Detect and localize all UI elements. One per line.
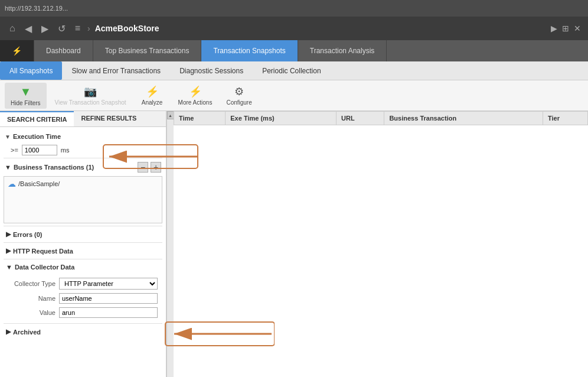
collector-type-select[interactable]: HTTP Parameter POJO Cookie Header: [59, 278, 158, 290]
subtab-periodic[interactable]: Periodic Collection: [253, 61, 330, 80]
archived-arrow: ▶: [6, 328, 11, 336]
value-row: Value: [8, 306, 158, 320]
col-time[interactable]: Time: [174, 112, 226, 125]
errors-arrow: ▶: [6, 230, 11, 238]
nav-forward-icon[interactable]: ▶: [39, 22, 51, 35]
configure-button[interactable]: ⚙ Configure: [220, 83, 257, 108]
subtab-slow-error[interactable]: Slow and Error Transactions: [62, 61, 170, 80]
camera-icon: 📷: [84, 85, 97, 98]
tab-tx-snapshots[interactable]: Transaction Snapshots: [201, 40, 298, 61]
execution-time-label: Execution Time: [13, 133, 61, 140]
tab-refine-results[interactable]: REFINE RESULTS: [74, 111, 143, 126]
data-collector-header[interactable]: ▼ Data Collector Data: [4, 261, 162, 274]
data-collector-label: Data Collector Data: [15, 264, 74, 271]
data-collector-arrow: ▼: [6, 264, 12, 271]
tab-lightning[interactable]: ⚡: [0, 40, 34, 61]
header-video-icon[interactable]: ▶: [551, 24, 557, 33]
http-section: ▶ HTTP Request Data: [4, 242, 162, 259]
bt-add-button[interactable]: +: [151, 162, 161, 173]
bt-remove-button[interactable]: −: [138, 162, 148, 173]
execution-time-row: >= ms: [4, 142, 162, 158]
more-actions-label: More Actions: [178, 99, 213, 106]
browser-url: http://192.31.212.19...: [5, 5, 68, 12]
scroll-up-button[interactable]: ▲: [167, 111, 174, 119]
tab-top-bt[interactable]: Top Business Transactions: [93, 40, 202, 61]
filter-icon: ▼: [19, 85, 31, 99]
view-snapshot-label: View Transaction Snapshot: [55, 99, 126, 106]
header-grid-icon[interactable]: ⊞: [562, 24, 569, 33]
archived-header[interactable]: ▶ Archived: [4, 325, 162, 339]
bt-arrow: ▼: [5, 164, 11, 171]
col-url[interactable]: URL: [337, 112, 384, 125]
errors-label: Errors (0): [13, 231, 43, 238]
data-collector-section: ▼ Data Collector Data Collector Type HTT…: [4, 259, 162, 323]
execution-time-header[interactable]: ▼ Execution Time: [4, 131, 162, 142]
subtab-periodic-label: Periodic Collection: [262, 67, 321, 75]
errors-header[interactable]: ▶ Errors (0): [4, 228, 162, 241]
refine-results-label: REFINE RESULTS: [81, 115, 136, 122]
col-bt[interactable]: Business Transaction: [384, 112, 543, 125]
execution-time-input[interactable]: [22, 145, 57, 155]
collector-type-select-wrapper: HTTP Parameter POJO Cookie Header: [59, 278, 158, 290]
bt-item-icon: ☁: [8, 179, 16, 188]
panel-tabs: SEARCH CRITERIA REFINE RESULTS: [0, 111, 166, 127]
col-tier[interactable]: Tier: [543, 112, 587, 125]
bt-section-header: ▼ Business Transactions (1) − +: [4, 160, 162, 175]
more-actions-button[interactable]: ⚡ More Actions: [172, 83, 218, 108]
analyze-button[interactable]: ⚡ Analyze: [135, 83, 170, 108]
search-criteria-label: SEARCH CRITERIA: [7, 116, 67, 123]
results-table: Time Exe Time (ms) URL Business Transact…: [174, 111, 588, 125]
subtab-all-snapshots[interactable]: All Snapshots: [0, 61, 62, 80]
more-actions-icon: ⚡: [189, 85, 202, 98]
header-right: ▶ ⊞ ✕: [551, 24, 581, 33]
archived-section: ▶ Archived: [4, 323, 162, 340]
app-title: AcmeBookStore: [95, 24, 159, 33]
archived-label: Archived: [13, 329, 41, 336]
header-close-icon[interactable]: ✕: [574, 24, 581, 33]
tab-dashboard-label: Dashboard: [46, 47, 81, 55]
bt-title[interactable]: ▼ Business Transactions (1): [5, 164, 94, 171]
tab-search-criteria[interactable]: SEARCH CRITERIA: [0, 111, 74, 126]
subtab-diagnostic-label: Diagnostic Sessions: [179, 67, 243, 75]
subtab-diagnostic[interactable]: Diagnostic Sessions: [170, 61, 253, 80]
name-row: Name: [8, 291, 158, 306]
tab-dashboard[interactable]: Dashboard: [34, 40, 93, 61]
bt-section: ▼ Business Transactions (1) − + ☁ /Basic…: [4, 158, 162, 226]
ms-label: ms: [61, 147, 70, 154]
bt-label: Business Transactions (1): [14, 164, 94, 171]
nav-menu-icon[interactable]: ≡: [73, 22, 83, 35]
subtab-all-snapshots-label: All Snapshots: [9, 67, 53, 75]
name-input[interactable]: [59, 293, 158, 304]
errors-section: ▶ Errors (0): [4, 226, 162, 242]
value-input[interactable]: [59, 307, 158, 318]
left-panel-scrollbar[interactable]: ▲: [166, 111, 174, 377]
tab-tx-snapshots-label: Transaction Snapshots: [213, 47, 285, 55]
right-panel: Time Exe Time (ms) URL Business Transact…: [174, 111, 588, 377]
http-arrow: ▶: [6, 247, 11, 255]
search-content: ▼ Execution Time >= ms ▼ Business Transa…: [0, 127, 166, 377]
tab-tx-analysis-label: Transaction Analysis: [310, 47, 375, 55]
toolbar: ▼ Hide Filters 📷 View Transaction Snapsh…: [0, 80, 588, 111]
browser-bar: http://192.31.212.19...: [0, 0, 588, 17]
nav-back-icon[interactable]: ◀: [22, 22, 34, 35]
bt-item-label: /BasicSample/: [18, 180, 60, 187]
execution-time-arrow: ▼: [5, 134, 11, 140]
app-header: ⌂ ◀ ▶ ↺ ≡ › AcmeBookStore ▶ ⊞ ✕: [0, 17, 588, 40]
nav-home-icon[interactable]: ⌂: [7, 22, 18, 35]
http-label: HTTP Request Data: [13, 248, 73, 255]
nav-reload-icon[interactable]: ↺: [55, 22, 68, 35]
bt-list-item[interactable]: ☁ /BasicSample/: [4, 177, 162, 191]
hide-filters-button[interactable]: ▼ Hide Filters: [5, 83, 47, 109]
collector-type-label: Collector Type: [8, 280, 55, 287]
bt-controls: − +: [138, 162, 161, 173]
content-area: SEARCH CRITERIA REFINE RESULTS ▼ Executi…: [0, 111, 588, 377]
value-label: Value: [8, 309, 55, 316]
col-exe-time[interactable]: Exe Time (ms): [226, 112, 337, 125]
tab-tx-analysis[interactable]: Transaction Analysis: [298, 40, 387, 61]
view-snapshot-button[interactable]: 📷 View Transaction Snapshot: [49, 83, 132, 108]
http-header[interactable]: ▶ HTTP Request Data: [4, 244, 162, 258]
name-label: Name: [8, 295, 55, 302]
subtab-slow-error-label: Slow and Error Transactions: [71, 67, 161, 75]
hide-filters-label: Hide Filters: [11, 100, 41, 106]
main-tabs: ⚡ Dashboard Top Business Transactions Tr…: [0, 40, 588, 61]
